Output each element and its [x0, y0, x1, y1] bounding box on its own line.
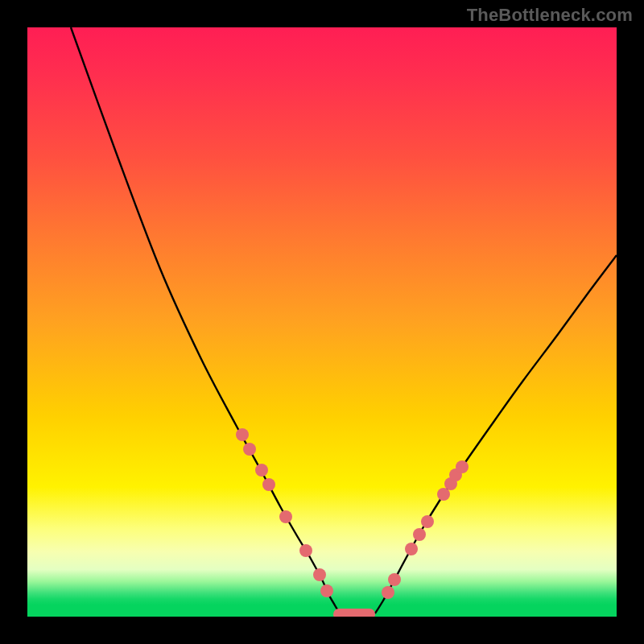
- curve-marker: [405, 543, 418, 555]
- left-curve-markers: [236, 428, 333, 597]
- curve-marker: [456, 460, 469, 473]
- curve-marker: [413, 528, 426, 541]
- curve-marker: [320, 584, 333, 597]
- curve-marker: [421, 515, 434, 528]
- curve-marker: [243, 443, 256, 456]
- curve-marker: [313, 568, 326, 581]
- curve-marker: [255, 464, 268, 477]
- curve-marker: [437, 488, 450, 501]
- watermark-text: TheBottleneck.com: [467, 5, 633, 26]
- right-curve: [375, 255, 617, 613]
- bottom-cluster-marker: [333, 609, 375, 617]
- left-curve: [71, 27, 340, 613]
- curve-marker: [262, 478, 275, 491]
- curves-svg: [27, 27, 617, 617]
- curve-marker: [279, 510, 292, 523]
- curve-marker: [388, 573, 401, 586]
- chart-container: TheBottleneck.com: [0, 0, 644, 644]
- curve-marker: [382, 586, 394, 599]
- right-curve-markers: [382, 460, 469, 599]
- plot-area: [27, 27, 617, 617]
- curve-marker: [299, 544, 312, 557]
- curve-marker: [236, 428, 249, 441]
